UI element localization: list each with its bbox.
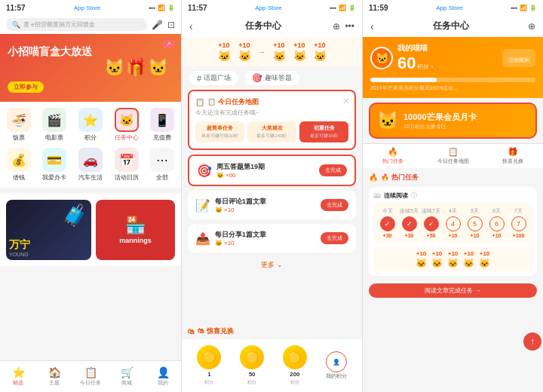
- p3-tab-hot[interactable]: 🔥 热门任务: [363, 147, 423, 165]
- p3-r-2: +10 🐱: [431, 250, 443, 268]
- streak-title: 📖 连续阅读 ⓘ: [373, 191, 532, 200]
- ad-card-mannings[interactable]: 🏪 mannings: [96, 200, 175, 260]
- day-1-circle: ✓: [380, 216, 395, 231]
- nav-zhuti[interactable]: 🏠 主题: [36, 361, 72, 392]
- p3-r-icon-3: 🐱: [447, 258, 459, 268]
- more-tasks[interactable]: 更多 ⌄: [188, 257, 356, 273]
- zhoudati-reward-num: ×60: [225, 172, 236, 179]
- task-item-fenxiang[interactable]: 📤 每日分享1篇文章 🐱 ×10 去完成: [188, 224, 356, 253]
- task-map-box: 📋 📋 今日任务地图 今天还没有完成任务哦~ ✕ 超简单任务 单条可赚可得30积…: [188, 90, 356, 150]
- hot-label: 热门任务: [382, 158, 403, 165]
- reward-num-5: +10: [314, 41, 325, 49]
- p3-r-num-3: +10: [448, 250, 459, 257]
- close-button[interactable]: ✕: [342, 96, 350, 106]
- hot-task-label: 🔥 热门任务: [381, 173, 419, 182]
- jingxuan-label: 精选: [13, 379, 23, 387]
- p3-r-1: +10 🐱: [416, 250, 427, 268]
- map-icon: 📋: [448, 147, 459, 157]
- bottom-nav-1: ⭐ 精选 🏠 主题 📋 今日任务 🛒 商城 👤 我的: [0, 360, 181, 392]
- p3-r-5: +10 🐱: [479, 250, 490, 268]
- p3-highlight-card[interactable]: 🐱 10000芒果会员月卡 10万积分兑换专区: [369, 103, 537, 139]
- share-icon-2[interactable]: ⊕: [333, 21, 340, 32]
- zhoudati-info: 周五答题第19期 🐱 ×60: [216, 162, 265, 179]
- share-icon-3[interactable]: ⊕: [528, 21, 535, 32]
- search-bar[interactable]: 🔍 查 e招贷额度抽万元回馈金: [6, 18, 147, 31]
- sub-task-simple[interactable]: 超简单任务 单条可赚可得30积: [195, 121, 244, 142]
- icon-jifen[interactable]: ⭐ 积分: [75, 108, 106, 142]
- p3-header: ‹ 任务中心 ⊕: [363, 15, 543, 37]
- coin-1[interactable]: 🟡 1 积分: [197, 345, 221, 386]
- more-icon-2[interactable]: •••: [345, 21, 354, 32]
- streak-day-1: 今天 ✓ +30: [378, 207, 397, 238]
- icon-jieqian[interactable]: 💰 借钱: [3, 148, 35, 182]
- nav-jingxuan[interactable]: ⭐ 精选: [0, 361, 36, 392]
- reward-icon-1: 🐱: [218, 50, 231, 62]
- exchange-tab-icon: 🎁: [508, 147, 518, 157]
- read-task-btn[interactable]: 阅读文章完成任务 →: [369, 283, 537, 298]
- streak-day-2: 连续5天 ✓ +30: [400, 207, 419, 238]
- p3-header-icons: ⊕: [528, 21, 535, 32]
- icon-car[interactable]: 🚗 汽车生活: [75, 148, 106, 182]
- nav-shangcheng[interactable]: 🛒 商城: [109, 361, 145, 392]
- highlight-card-icon: 🐱: [376, 110, 399, 131]
- day-3-circle: ✓: [424, 216, 439, 231]
- jieqian-icon: 💰: [7, 148, 31, 172]
- map-label: 今日任务地图: [437, 158, 469, 165]
- search-nav: 🔍 查 e招贷额度抽万元回馈金 🎤 ⊡: [0, 15, 181, 34]
- fenxiang-btn[interactable]: 去完成: [321, 232, 348, 244]
- task-item-zhoudati[interactable]: 🎯 周五答题第19期 🐱 ×60 去完成: [188, 155, 356, 186]
- icon-renwu[interactable]: 🐱 任务中心: [111, 108, 143, 142]
- p3-reward-strip: +10 🐱 +10 🐱 +10 🐱 +10 🐱 +10 🐱: [373, 247, 532, 271]
- coin-2[interactable]: 🟡 50 积分: [240, 345, 264, 386]
- icon-wazui[interactable]: 💳 我爱办卡: [39, 148, 71, 182]
- banner-cta[interactable]: 立即参与: [8, 81, 44, 93]
- p3-r-icon-4: 🐱: [463, 258, 474, 268]
- my-points[interactable]: 👤 我的积分: [326, 345, 347, 386]
- sub-task-dajian-desc: 最多可赚240积: [250, 133, 294, 139]
- p3-title: 任务中心: [374, 20, 528, 32]
- ad-card-luggage[interactable]: 🧳 万宁 YOUNG: [6, 200, 91, 260]
- zhoudati-btn[interactable]: 去完成: [319, 164, 347, 176]
- coin-label-3: 积分: [290, 379, 299, 386]
- p3-tab-map[interactable]: 📋 今日任务地图: [423, 147, 483, 165]
- car-label: 汽车生活: [78, 173, 103, 182]
- pinglun-info: 每日评论1篇文章 🐱 ×10: [215, 197, 266, 213]
- icon-calendar[interactable]: 📅 活动日历: [111, 148, 143, 182]
- sub-task-chuhong-label: 初重任务: [302, 124, 346, 132]
- sub-task-chuhong[interactable]: 初重任务 最多可赚30积: [299, 121, 348, 142]
- day-6-label: 6天: [492, 207, 501, 215]
- task-list: 🎯 周五答题第19期 🐱 ×60 去完成 📝 每日评论1篇文章 🐱: [182, 150, 362, 323]
- p3-tab-exchange[interactable]: 🎁 惊喜兑换: [483, 147, 543, 165]
- streak-day-3: 连续7天 ✓ +50: [422, 207, 440, 238]
- sub-task-dajian[interactable]: 大奖就在 最多可赚240积: [247, 121, 296, 142]
- activity-rules[interactable]: 活动规则: [502, 49, 535, 67]
- coin-3[interactable]: 🟡 200 积分: [283, 345, 307, 386]
- zhoudati-reward: 🐱 ×60: [216, 172, 265, 179]
- nav-mine[interactable]: 👤 我的: [145, 361, 181, 392]
- icon-all[interactable]: ⋯ 全部: [146, 148, 178, 182]
- coin-num-3: 200: [290, 371, 299, 378]
- task-map-title-icon: 📋: [195, 98, 204, 106]
- promotion-banner[interactable]: 小招喵盲盒大放送 立即参与 🐱🎁🐱 ↗: [0, 34, 181, 102]
- p3-bottom-tabs: 🔥 热门任务 📋 今日任务地图 🎁 惊喜兑换: [363, 143, 543, 168]
- streak-icon: 📖: [373, 192, 381, 199]
- nav-jinri[interactable]: 📋 今日任务: [72, 361, 109, 392]
- icon-chongzhi[interactable]: 📱 充值费: [146, 108, 178, 142]
- tab-huati[interactable]: # 话题广场: [189, 71, 238, 85]
- tab-quweidati[interactable]: 🎯 趣味答题: [244, 71, 299, 85]
- icon-fanpiao[interactable]: 🍜 饭票: [3, 108, 35, 142]
- pinglun-btn[interactable]: 去完成: [321, 199, 348, 211]
- icon-dianying[interactable]: 🎬 电影票: [39, 108, 71, 142]
- streak-title-text: 连续阅读: [384, 191, 408, 200]
- pinglun-reward: 🐱 ×10: [215, 207, 266, 213]
- p3-progress-bar: [370, 78, 535, 82]
- streak-row: 今天 ✓ +30 连续5天 ✓ +30 连续7天 ✓ +50 4天 4: [373, 203, 532, 243]
- task-item-pinglun[interactable]: 📝 每日评论1篇文章 🐱 ×10 去完成: [188, 191, 356, 219]
- panel-3: 11:59 App Store ▪▪▪ 📶 🔋 ‹ 任务中心 ⊕ 🐱 我的喵喵 …: [362, 0, 543, 392]
- reward-icon-3: 🐱: [273, 50, 286, 62]
- mic-icon[interactable]: 🎤: [152, 20, 163, 30]
- scan-icon[interactable]: ⊡: [167, 20, 175, 30]
- day-4-bonus: +10: [449, 233, 458, 238]
- renwu-icon: 🐱: [115, 108, 139, 132]
- p3-points-label: 积分 ›: [417, 63, 433, 71]
